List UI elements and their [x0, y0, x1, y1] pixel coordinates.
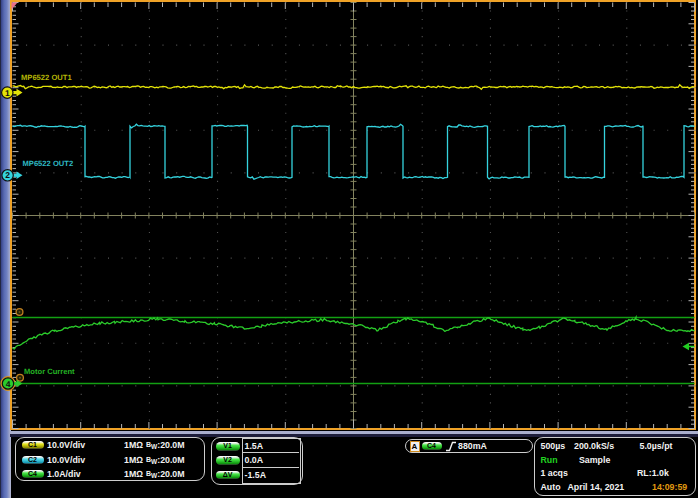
svg-text:MP6522 OUT2: MP6522 OUT2 [23, 159, 74, 168]
svg-text:1: 1 [5, 88, 10, 98]
svg-text:MP6522 OUT1: MP6522 OUT1 [21, 73, 72, 82]
svg-text:2: 2 [5, 170, 10, 180]
svg-text:4: 4 [6, 379, 11, 389]
svg-text:Motor Current: Motor Current [24, 367, 75, 376]
